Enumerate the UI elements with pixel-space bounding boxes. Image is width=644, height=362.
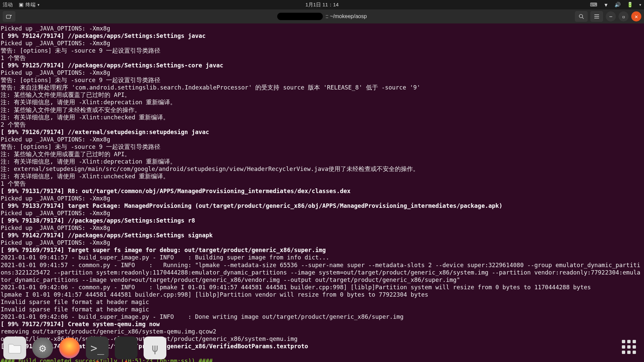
terminal-icon: ▣ [19,2,23,8]
terminal-line: 2021-01-01 09:41:57 - common.py - INFO :… [1,261,643,284]
terminal-line: [ 99% 79169/79174] Target super fs image… [1,246,643,254]
search-icon [579,14,584,19]
terminal-line: Invalid sparse file format at header mag… [1,298,643,306]
close-button[interactable]: ✕ [631,11,641,21]
terminal-line: 2021-01-01 09:41:57 - build_super_image.… [1,254,643,261]
show-applications-button[interactable] [622,340,636,354]
dock-item-terminal[interactable]: >_ [86,337,109,359]
window-titlebar: :: ~/mokeep/aosp − ▫ ✕ [0,9,644,23]
terminal-line: 注: 有关详细信息, 请使用 -Xlint:unchecked 重新编译。 [1,173,643,180]
terminal-line: 2021-01-01 09:42:06 - build_super_image.… [1,313,643,320]
system-topbar: 活动 ▣ 终端 ▾ 1月1日 11：14 ⌨ ▼ 🔊 🔋 ▾ [0,0,644,9]
terminal-line: Picked up _JAVA_OPTIONS: -Xmx8g [1,224,643,232]
terminal-line: Picked up _JAVA_OPTIONS: -Xmx8g [1,136,643,143]
terminal-line: Picked up _JAVA_OPTIONS: -Xmx8g [1,195,643,202]
app-menu-label: 终端 [25,2,36,8]
dock-item-usb[interactable]: ψ [144,337,166,359]
terminal-line: [ 99% 79131/79174] R8: out/target/common… [1,187,643,195]
terminal-line: [ 99% 79126/79174] //external/setupdesig… [1,128,643,136]
terminal-icon: >_ [91,341,104,355]
new-tab-button[interactable] [3,11,15,22]
hamburger-icon [594,14,599,19]
terminal-line: removing out/target/product/generic_x86/… [1,328,643,335]
terminal-line: 1 个警告 [1,54,643,62]
svg-point-1 [579,14,583,18]
title-path: :: ~/mokeep/aosp [325,13,367,19]
terminal-line: 2021-01-01 09:42:06 - common.py - INFO :… [1,284,643,291]
terminal-line: [ 99% 79124/79174] //packages/apps/Setti… [1,32,643,40]
battery-icon[interactable]: 🔋 [627,2,633,8]
terminal-line: 警告: 来自注释处理程序 'com.android.settingslib.se… [1,84,643,91]
terminal-output[interactable]: Picked up _JAVA_OPTIONS: -Xmx8g[ 99% 791… [0,23,644,362]
dock-item-settings[interactable]: ⚙ [32,338,53,358]
search-button[interactable] [575,11,588,22]
dock-item-firefox[interactable] [59,338,80,358]
terminal-line: Picked up _JAVA_OPTIONS: -Xmx8g [1,239,643,246]
chevron-down-icon: ▾ [38,3,40,7]
terminal-line: 注: 某些输入文件使用了未经检查或不安全的操作。 [1,106,643,114]
terminal-line: 1 个警告 [1,180,643,187]
terminal-line: [ 99% 79172/79174] Create system-qemu.im… [1,320,643,328]
window-title: :: ~/mokeep/aosp [277,13,367,20]
terminal-line: [ 99% 79133/79174] target Package: Manag… [1,202,643,209]
minimize-button[interactable]: − [606,11,616,21]
terminal-line: 警告: [options] 未与 -source 9 一起设置引导类路径 [1,143,643,150]
terminal-line: 注: 有关详细信息, 请使用 -Xlint:unchecked 重新编译。 [1,114,643,121]
terminal-line: [ 99% 79138/79174] //packages/apps/Setti… [1,217,643,224]
terminal-line: [ 99% 79125/79174] //packages/apps/Setti… [1,62,643,69]
terminal-line: 注: 某些输入文件使用或覆盖了已过时的 API。 [1,91,643,99]
dock: ⚙ >_ ψ [3,337,166,359]
terminal-line: 注: 有关详细信息, 请使用 -Xlint:deprecation 重新编译。 [1,158,643,165]
dock-item-system-monitor[interactable] [115,337,138,359]
dock-item-files[interactable] [3,337,26,359]
usb-icon: ψ [152,341,158,355]
keyboard-indicator-icon[interactable]: ⌨ [590,2,597,8]
title-redacted [277,13,323,20]
app-menu[interactable]: ▣ 终端 ▾ [19,2,40,8]
terminal-line: 注: 有关详细信息, 请使用 -Xlint:deprecation 重新编译。 [1,99,643,106]
terminal-line: lpmake I 01-01 09:41:57 444581 444581 bu… [1,291,643,298]
volume-icon[interactable]: 🔊 [614,2,621,8]
tab-plus-icon [6,14,12,19]
hamburger-menu-button[interactable] [590,11,603,22]
terminal-line: Picked up _JAVA_OPTIONS: -Xmx8g [1,69,643,76]
terminal-line: Picked up _JAVA_OPTIONS: -Xmx8g [1,40,643,47]
terminal-line: Picked up _JAVA_OPTIONS: -Xmx8g [1,25,643,32]
chevron-down-icon[interactable]: ▾ [639,3,641,7]
terminal-line: 2 个警告 [1,121,643,128]
terminal-line: 注: 某些输入文件使用或覆盖了已过时的 API。 [1,150,643,158]
svg-line-2 [582,17,584,19]
maximize-button[interactable]: ▫ [619,11,629,21]
terminal-line: Invalid sparse file format at header mag… [1,306,643,313]
folder-icon [8,342,21,354]
gear-icon: ⚙ [39,341,46,355]
system-monitor-icon [119,343,133,353]
activities-button[interactable]: 活动 [3,2,13,8]
terminal-line: [ 99% 79142/79174] //packages/apps/Setti… [1,232,643,239]
wifi-icon[interactable]: ▼ [603,2,608,8]
clock[interactable]: 1月1日 11：14 [305,2,338,8]
terminal-line: 警告: [options] 未与 -source 9 一起设置引导类路径 [1,47,643,54]
terminal-line: 警告: [options] 未与 -source 9 一起设置引导类路径 [1,76,643,84]
terminal-line: 注: external/setupdesign/main/src/com/goo… [1,165,643,173]
terminal-line: Picked up _JAVA_OPTIONS: -Xmx8g [1,209,643,217]
svg-rect-0 [6,15,10,18]
